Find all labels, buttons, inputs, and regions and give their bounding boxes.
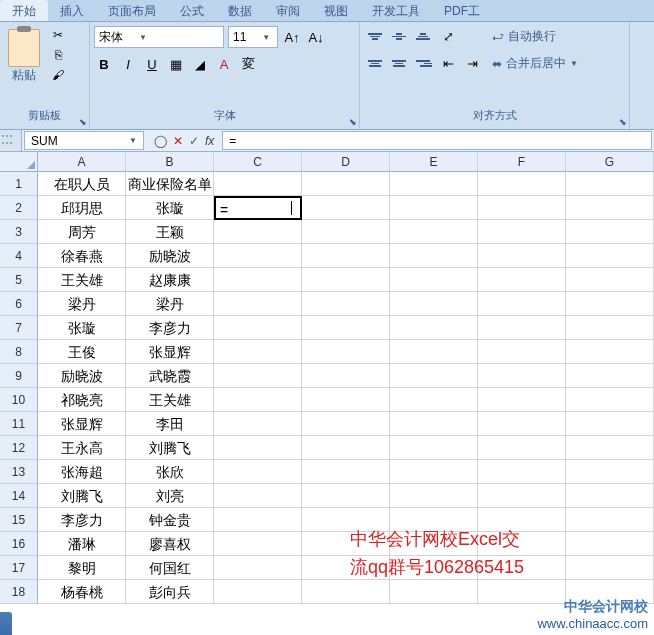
increase-font-button[interactable]: A↑ [282, 27, 302, 47]
cell-C12[interactable] [214, 436, 302, 460]
cell-E5[interactable] [390, 268, 478, 292]
cell-C18[interactable] [214, 580, 302, 604]
col-header-A[interactable]: A [38, 152, 126, 172]
cell-F16[interactable] [478, 532, 566, 556]
cell-E7[interactable] [390, 316, 478, 340]
cell-B10[interactable]: 王关雄 [126, 388, 214, 412]
italic-button[interactable]: I [118, 54, 138, 74]
wrap-text-button[interactable]: ⮐ 自动换行 [486, 26, 562, 47]
row-header[interactable]: 8 [0, 340, 38, 364]
col-header-D[interactable]: D [302, 152, 390, 172]
cell-A2[interactable]: 邱玥思 [38, 196, 126, 220]
decrease-indent-button[interactable]: ⇤ [438, 54, 458, 74]
tab-devtools[interactable]: 开发工具 [360, 0, 432, 21]
align-bottom-button[interactable] [412, 27, 434, 47]
cell-A6[interactable]: 梁丹 [38, 292, 126, 316]
cell-F12[interactable] [478, 436, 566, 460]
cell-B7[interactable]: 李彦力 [126, 316, 214, 340]
circle-icon[interactable]: ◯ [154, 134, 167, 148]
cell-A1[interactable]: 在职人员 [38, 172, 126, 196]
cell-B16[interactable]: 廖喜权 [126, 532, 214, 556]
tab-view[interactable]: 视图 [312, 0, 360, 21]
cell-A8[interactable]: 王俊 [38, 340, 126, 364]
cell-F8[interactable] [478, 340, 566, 364]
row-header[interactable]: 17 [0, 556, 38, 580]
cell-F15[interactable] [478, 508, 566, 532]
tab-home[interactable]: 开始 [0, 0, 48, 21]
cell-B3[interactable]: 王颖 [126, 220, 214, 244]
cell-G15[interactable] [566, 508, 654, 532]
paste-button[interactable]: 粘贴 [4, 26, 44, 86]
cell-B18[interactable]: 彭向兵 [126, 580, 214, 604]
cell-G11[interactable] [566, 412, 654, 436]
cell-E13[interactable] [390, 460, 478, 484]
font-launcher-icon[interactable]: ⬊ [349, 117, 357, 127]
cell-B8[interactable]: 张显辉 [126, 340, 214, 364]
cell-A5[interactable]: 王关雄 [38, 268, 126, 292]
cancel-button[interactable]: ✕ [173, 134, 183, 148]
cell-F5[interactable] [478, 268, 566, 292]
cell-D5[interactable] [302, 268, 390, 292]
format-painter-button[interactable]: 🖌 [48, 66, 68, 84]
row-header[interactable]: 15 [0, 508, 38, 532]
orientation-button[interactable]: ⤢ [438, 27, 458, 47]
cell-F11[interactable] [478, 412, 566, 436]
increase-indent-button[interactable]: ⇥ [462, 54, 482, 74]
cell-F14[interactable] [478, 484, 566, 508]
cell-A10[interactable]: 祁晓亮 [38, 388, 126, 412]
underline-button[interactable]: U [142, 54, 162, 74]
row-header[interactable]: 3 [0, 220, 38, 244]
cell-D7[interactable] [302, 316, 390, 340]
cell-C1[interactable] [214, 172, 302, 196]
cell-F10[interactable] [478, 388, 566, 412]
align-left-button[interactable] [364, 54, 386, 74]
cell-F7[interactable] [478, 316, 566, 340]
name-box[interactable]: SUM ▼ [24, 131, 144, 150]
cell-D11[interactable] [302, 412, 390, 436]
cell-D17[interactable] [302, 556, 390, 580]
cell-C9[interactable] [214, 364, 302, 388]
cell-D3[interactable] [302, 220, 390, 244]
tab-review[interactable]: 审阅 [264, 0, 312, 21]
cell-C2[interactable]: = [214, 196, 302, 220]
row-header[interactable]: 5 [0, 268, 38, 292]
align-top-button[interactable] [364, 27, 386, 47]
cell-D4[interactable] [302, 244, 390, 268]
cell-G16[interactable] [566, 532, 654, 556]
col-header-B[interactable]: B [126, 152, 214, 172]
clipboard-launcher-icon[interactable]: ⬊ [79, 117, 87, 127]
cell-E2[interactable] [390, 196, 478, 220]
cell-A11[interactable]: 张显辉 [38, 412, 126, 436]
cell-G4[interactable] [566, 244, 654, 268]
row-header[interactable]: 4 [0, 244, 38, 268]
merge-center-button[interactable]: ⬌ 合并后居中 ▼ [486, 53, 584, 74]
cell-B1[interactable]: 商业保险名单 [126, 172, 214, 196]
cell-D6[interactable] [302, 292, 390, 316]
cell-A17[interactable]: 黎明 [38, 556, 126, 580]
cell-E15[interactable] [390, 508, 478, 532]
cell-B13[interactable]: 张欣 [126, 460, 214, 484]
cell-C14[interactable] [214, 484, 302, 508]
cell-B6[interactable]: 梁丹 [126, 292, 214, 316]
cell-D9[interactable] [302, 364, 390, 388]
row-header[interactable]: 11 [0, 412, 38, 436]
select-all-corner[interactable] [0, 152, 38, 172]
cell-D1[interactable] [302, 172, 390, 196]
cell-G9[interactable] [566, 364, 654, 388]
row-header[interactable]: 12 [0, 436, 38, 460]
cell-D12[interactable] [302, 436, 390, 460]
row-header[interactable]: 9 [0, 364, 38, 388]
cell-F4[interactable] [478, 244, 566, 268]
cell-G8[interactable] [566, 340, 654, 364]
tab-pagelayout[interactable]: 页面布局 [96, 0, 168, 21]
tab-insert[interactable]: 插入 [48, 0, 96, 21]
cell-C8[interactable] [214, 340, 302, 364]
decrease-font-button[interactable]: A↓ [306, 27, 326, 47]
cell-A9[interactable]: 励晓波 [38, 364, 126, 388]
cell-A18[interactable]: 杨春桃 [38, 580, 126, 604]
cell-G10[interactable] [566, 388, 654, 412]
cell-G7[interactable] [566, 316, 654, 340]
cell-G6[interactable] [566, 292, 654, 316]
copy-button[interactable]: ⎘ [48, 46, 68, 64]
cell-F17[interactable] [478, 556, 566, 580]
